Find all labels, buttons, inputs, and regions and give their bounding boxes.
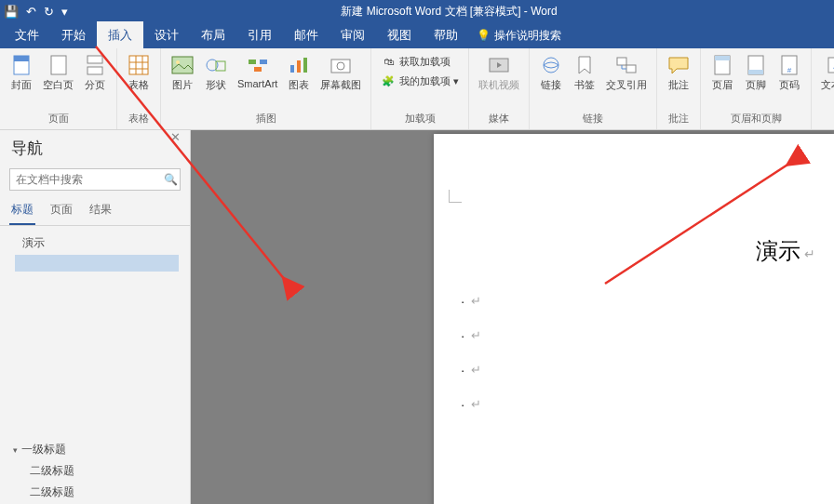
paragraph-mark[interactable] bbox=[462, 294, 806, 308]
group-label-comments: 批注 bbox=[668, 110, 689, 127]
ribbon-group-text: A 文本框 文档部件 A 艺术字 bbox=[812, 48, 834, 129]
picture-icon bbox=[171, 54, 194, 76]
shapes-button[interactable]: 形状 bbox=[200, 52, 232, 94]
bookmark-button[interactable]: 书签 bbox=[569, 52, 600, 94]
get-addins-button[interactable]: 🛍 获取加载项 bbox=[377, 52, 463, 71]
screenshot-icon bbox=[330, 54, 352, 76]
group-label-pages: 页面 bbox=[48, 110, 69, 127]
chart-icon bbox=[288, 54, 310, 76]
link-icon bbox=[540, 54, 562, 76]
svg-point-11 bbox=[176, 60, 180, 64]
title-bar: 💾 ↶ ↻ ▾ 新建 Microsoft Word 文档 [兼容模式] - Wo… bbox=[0, 0, 834, 22]
qat-more-icon[interactable]: ▾ bbox=[61, 5, 68, 19]
smartart-icon bbox=[247, 54, 269, 76]
blank-page-button[interactable]: 空白页 bbox=[39, 52, 77, 94]
group-label-media: 媒体 bbox=[489, 110, 509, 127]
nav-heading-selected[interactable] bbox=[15, 255, 179, 272]
document-page[interactable]: 演示 bbox=[434, 134, 834, 504]
link-button[interactable]: 链接 bbox=[535, 52, 567, 94]
tab-home[interactable]: 开始 bbox=[50, 21, 97, 49]
text-box-button[interactable]: A 文本框 bbox=[817, 52, 834, 94]
redo-icon[interactable]: ↻ bbox=[44, 5, 54, 19]
tab-layout[interactable]: 布局 bbox=[190, 21, 236, 49]
group-label-illustrations: 插图 bbox=[256, 110, 276, 127]
tab-help[interactable]: 帮助 bbox=[423, 21, 469, 49]
outline-level2[interactable]: 二级标题 bbox=[9, 460, 181, 482]
page-number-button[interactable]: # 页码 bbox=[773, 52, 805, 94]
page-break-icon bbox=[84, 54, 106, 76]
tab-design[interactable]: 设计 bbox=[143, 21, 190, 49]
cover-page-button[interactable]: 封面 bbox=[6, 52, 37, 94]
ribbon-group-header-footer: 页眉 页脚 # 页码 页眉和页脚 bbox=[701, 48, 812, 129]
workspace: ✕ 导航 🔍 标题 页面 结果 演示 一级标题 二级标题 二级标题 二级标题 bbox=[0, 130, 834, 504]
store-icon: 🛍 bbox=[381, 54, 396, 69]
tab-insert[interactable]: 插入 bbox=[97, 21, 143, 49]
paragraph-mark[interactable] bbox=[462, 397, 806, 411]
ribbon: 封面 空白页 分页 页面 表格 表格 图片 bbox=[0, 48, 834, 130]
picture-button[interactable]: 图片 bbox=[167, 52, 198, 94]
header-button[interactable]: 页眉 bbox=[706, 52, 738, 94]
text-box-icon: A bbox=[826, 54, 834, 76]
search-input[interactable] bbox=[10, 169, 161, 190]
smartart-button[interactable]: SmartArt bbox=[234, 52, 281, 91]
tell-me[interactable]: 💡 操作说明搜索 bbox=[477, 28, 561, 44]
outline-level1[interactable]: 一级标题 bbox=[9, 439, 181, 460]
navigation-pane: ✕ 导航 🔍 标题 页面 结果 演示 一级标题 二级标题 二级标题 二级标题 bbox=[0, 130, 191, 504]
bookmark-icon bbox=[573, 54, 596, 76]
svg-rect-30 bbox=[748, 70, 763, 74]
nav-content: 演示 一级标题 二级标题 二级标题 二级标题 bbox=[0, 226, 190, 504]
ribbon-tabs: 文件 开始 插入 设计 布局 引用 邮件 审阅 视图 帮助 💡 操作说明搜索 bbox=[0, 22, 834, 48]
page-number-icon: # bbox=[778, 54, 800, 76]
blank-page-icon bbox=[47, 54, 70, 76]
nav-heading-item[interactable]: 演示 bbox=[4, 232, 186, 255]
tab-references[interactable]: 引用 bbox=[236, 21, 283, 49]
nav-tabs: 标题 页面 结果 bbox=[0, 196, 190, 226]
table-button[interactable]: 表格 bbox=[123, 52, 155, 94]
addins-icon: 🧩 bbox=[381, 73, 396, 88]
comment-icon bbox=[667, 54, 690, 76]
margin-corner-mark bbox=[449, 190, 462, 203]
video-icon bbox=[488, 54, 510, 76]
document-area[interactable]: 演示 bbox=[191, 130, 834, 504]
table-icon bbox=[128, 54, 150, 76]
screenshot-button[interactable]: 屏幕截图 bbox=[316, 52, 365, 94]
cross-ref-button[interactable]: 交叉引用 bbox=[602, 52, 651, 94]
tab-mailings[interactable]: 邮件 bbox=[283, 21, 330, 49]
svg-text:#: # bbox=[787, 66, 792, 74]
ribbon-group-tables: 表格 表格 bbox=[117, 48, 161, 129]
svg-rect-17 bbox=[290, 65, 294, 73]
group-label-addins: 加载项 bbox=[405, 110, 436, 127]
paragraph-mark[interactable] bbox=[462, 363, 806, 377]
undo-icon[interactable]: ↶ bbox=[26, 5, 36, 19]
svg-rect-2 bbox=[51, 56, 66, 74]
close-icon[interactable]: ✕ bbox=[170, 130, 181, 144]
paragraph-mark[interactable] bbox=[462, 328, 806, 342]
nav-tab-pages[interactable]: 页面 bbox=[48, 196, 74, 225]
svg-rect-14 bbox=[249, 60, 256, 64]
svg-point-24 bbox=[544, 58, 558, 73]
nav-tab-headings[interactable]: 标题 bbox=[9, 196, 35, 225]
document-heading[interactable]: 演示 bbox=[756, 236, 815, 266]
nav-tab-results[interactable]: 结果 bbox=[87, 196, 114, 225]
ribbon-group-media: 联机视频 媒体 bbox=[469, 48, 530, 129]
outline-level2[interactable]: 二级标题 bbox=[9, 482, 181, 503]
search-icon[interactable]: 🔍 bbox=[161, 169, 180, 190]
ribbon-group-pages: 封面 空白页 分页 页面 bbox=[0, 48, 117, 129]
window-title: 新建 Microsoft Word 文档 [兼容模式] - Word bbox=[68, 4, 830, 20]
tab-file[interactable]: 文件 bbox=[4, 21, 50, 49]
chart-button[interactable]: 图表 bbox=[283, 52, 315, 94]
nav-outline: 一级标题 二级标题 二级标题 二级标题 bbox=[4, 439, 186, 504]
footer-button[interactable]: 页脚 bbox=[740, 52, 772, 94]
save-icon[interactable]: 💾 bbox=[4, 5, 19, 19]
nav-pane-title: 导航 bbox=[11, 138, 43, 159]
cover-page-icon bbox=[10, 54, 33, 76]
comment-button[interactable]: 批注 bbox=[663, 52, 694, 94]
svg-rect-3 bbox=[87, 56, 102, 63]
online-video-button[interactable]: 联机视频 bbox=[475, 52, 523, 94]
tab-review[interactable]: 审阅 bbox=[330, 21, 376, 49]
my-addins-button[interactable]: 🧩 我的加载项 ▾ bbox=[377, 72, 463, 90]
page-break-button[interactable]: 分页 bbox=[79, 52, 111, 94]
tab-view[interactable]: 视图 bbox=[376, 21, 423, 49]
quick-access-toolbar: 💾 ↶ ↻ ▾ bbox=[4, 5, 68, 19]
ribbon-group-illustrations: 图片 形状 SmartArt 图表 屏幕截图 插图 bbox=[161, 48, 371, 129]
